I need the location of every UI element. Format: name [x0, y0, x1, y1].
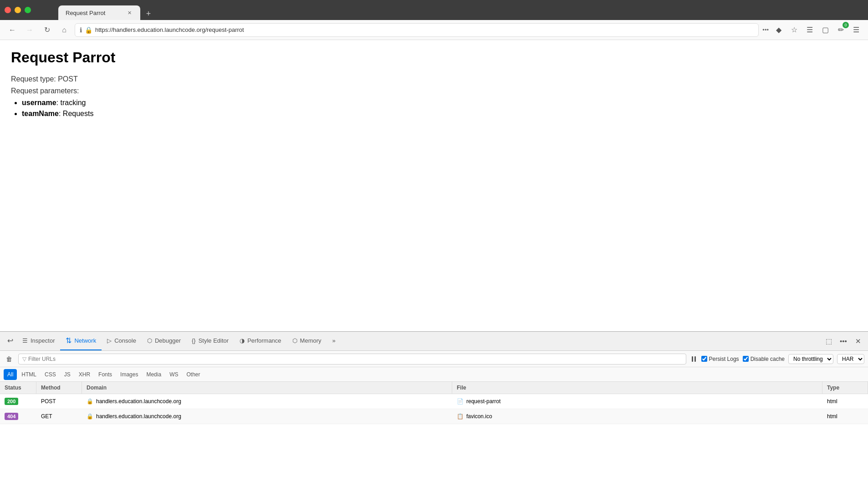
devtools-tab-debugger[interactable]: ⬡ Debugger [142, 332, 186, 351]
filter-tab-other[interactable]: Other [183, 369, 204, 380]
devtools-panel: ↩ ☰ Inspector ⇅ Network ▷ Console ⬡ Debu… [0, 331, 868, 486]
row1-type: html [822, 394, 868, 409]
har-select[interactable]: HAR [837, 354, 864, 364]
style-editor-label: Style Editor [199, 337, 229, 344]
throttle-select[interactable]: No throttling [788, 354, 833, 364]
info-icon: ℹ [80, 26, 82, 34]
more-options-icon[interactable]: ••• [762, 26, 769, 33]
devtools-tab-style-editor[interactable]: {} Style Editor [186, 332, 234, 351]
minimize-button[interactable] [15, 7, 21, 13]
filter-tab-js[interactable]: JS [61, 369, 74, 380]
filter-tab-all[interactable]: All [4, 369, 17, 380]
devtools-tabs: ↩ ☰ Inspector ⇅ Network ▷ Console ⬡ Debu… [0, 332, 868, 351]
disable-cache-text: Disable cache [751, 356, 785, 362]
devtools-tab-console[interactable]: ▷ Console [102, 332, 142, 351]
devtools-tab-network[interactable]: ⇅ Network [60, 332, 102, 351]
home-button[interactable]: ⌂ [57, 23, 71, 37]
devtools-more-button[interactable]: ••• [837, 335, 850, 348]
col-file: File [452, 382, 822, 394]
page-content: Request Parrot Request type: POST Reques… [0, 40, 868, 331]
pocket-icon[interactable]: ◆ [772, 24, 785, 36]
filter-tab-fonts[interactable]: Fonts [95, 369, 116, 380]
devtools-actions: ⬚ ••• ✕ [822, 335, 864, 348]
nav-right: ◆ ☆ ☰ ▢ ✏ 0 ☰ [772, 24, 863, 36]
devtools-close-button[interactable]: ✕ [852, 335, 864, 348]
filter-tab-ws[interactable]: WS [166, 369, 182, 380]
network-toolbar: 🗑 ▽ Persist Logs Disable cache [0, 351, 868, 367]
devtools-tab-memory[interactable]: ⬡ Memory [287, 332, 327, 351]
row2-type: html [822, 409, 868, 424]
col-type: Type [822, 382, 868, 394]
hamburger-icon[interactable]: ☰ [850, 24, 863, 36]
row2-method: GET [36, 409, 82, 424]
memory-label: Memory [300, 337, 322, 344]
network-table-header: Status Method Domain File Type [0, 382, 868, 394]
console-icon: ▷ [107, 337, 112, 344]
network-row-1[interactable]: 200 POST 🔒 handlers.education.launchcode… [0, 394, 868, 409]
app: Request Parrot ✕ + ← → ↻ ⌂ ℹ 🔒 https://h… [0, 0, 868, 486]
reader-icon[interactable]: ▢ [819, 24, 832, 36]
refresh-button[interactable]: ↻ [40, 23, 54, 37]
network-table: Status Method Domain File Type 200 POST … [0, 382, 868, 486]
maximize-button[interactable] [25, 7, 31, 13]
filter-urls-input[interactable] [28, 356, 682, 362]
filter-tab-images[interactable]: Images [117, 369, 142, 380]
pointer-icon: ↩ [7, 336, 13, 345]
devtools-tab-pointer[interactable]: ↩ [4, 332, 17, 351]
debugger-label: Debugger [155, 337, 181, 344]
close-button[interactable] [5, 7, 11, 13]
lock-icon: 🔒 [85, 26, 92, 34]
library-icon[interactable]: ☰ [803, 24, 816, 36]
status-badge-404: 404 [5, 413, 18, 420]
console-label: Console [114, 337, 136, 344]
url-text: https://handlers.education.launchcode.or… [95, 26, 244, 33]
pause-button[interactable] [690, 355, 698, 363]
col-domain: Domain [82, 382, 452, 394]
filter-tab-css[interactable]: CSS [41, 369, 60, 380]
back-button[interactable]: ← [5, 23, 19, 37]
row1-domain: 🔒 handlers.education.launchcode.org [82, 394, 452, 409]
debugger-icon: ⬡ [147, 337, 152, 344]
browser-tab[interactable]: Request Parrot ✕ [58, 5, 140, 20]
tab-close-button[interactable]: ✕ [126, 9, 133, 16]
address-bar[interactable]: ℹ 🔒 https://handlers.education.launchcod… [75, 23, 759, 37]
persist-logs-text: Persist Logs [709, 356, 739, 362]
pause-icon-2 [694, 356, 696, 362]
tab-title: Request Parrot [66, 10, 105, 16]
row2-domain: 🔒 handlers.education.launchcode.org [82, 409, 452, 424]
filter-tab-html[interactable]: HTML [18, 369, 40, 380]
filter-tab-xhr[interactable]: XHR [75, 369, 94, 380]
network-row-2[interactable]: 404 GET 🔒 handlers.education.launchcode.… [0, 409, 868, 424]
devtools-tab-inspector[interactable]: ☰ Inspector [17, 332, 60, 351]
persist-logs-checkbox[interactable] [701, 356, 707, 362]
bookmark-icon[interactable]: ☆ [788, 24, 801, 36]
network-label: Network [74, 337, 96, 344]
disable-cache-checkbox[interactable] [743, 356, 749, 362]
devtools-tab-performance[interactable]: ◑ Performance [234, 332, 286, 351]
more-tabs-icon: » [332, 337, 336, 344]
col-status: Status [0, 382, 36, 394]
extensions-icon[interactable]: ✏ 0 [834, 24, 847, 36]
pause-icon [692, 356, 693, 362]
col-method: Method [36, 382, 82, 394]
badge: 0 [842, 22, 849, 28]
lock-secure-icon-2: 🔒 [87, 413, 93, 420]
disable-cache-label[interactable]: Disable cache [743, 356, 785, 362]
address-icons: ••• [762, 26, 769, 33]
dock-button[interactable]: ⬚ [822, 335, 835, 348]
traffic-lights [5, 7, 31, 13]
inspector-label: Inspector [31, 337, 55, 344]
request-params-label: Request parameters: [11, 87, 857, 95]
new-tab-button[interactable]: + [142, 7, 155, 20]
page-title: Request Parrot [11, 49, 857, 66]
clear-button[interactable]: 🗑 [4, 354, 15, 364]
lock-secure-icon: 🔒 [87, 398, 93, 405]
persist-logs-label[interactable]: Persist Logs [701, 356, 739, 362]
inspector-icon: ☰ [22, 337, 28, 344]
filter-tab-media[interactable]: Media [143, 369, 165, 380]
row2-status: 404 [0, 409, 36, 424]
memory-icon: ⬡ [292, 337, 297, 344]
request-type: Request type: POST [11, 75, 857, 83]
browser-chrome: Request Parrot ✕ + [0, 0, 868, 20]
devtools-tab-more[interactable]: » [327, 332, 341, 351]
